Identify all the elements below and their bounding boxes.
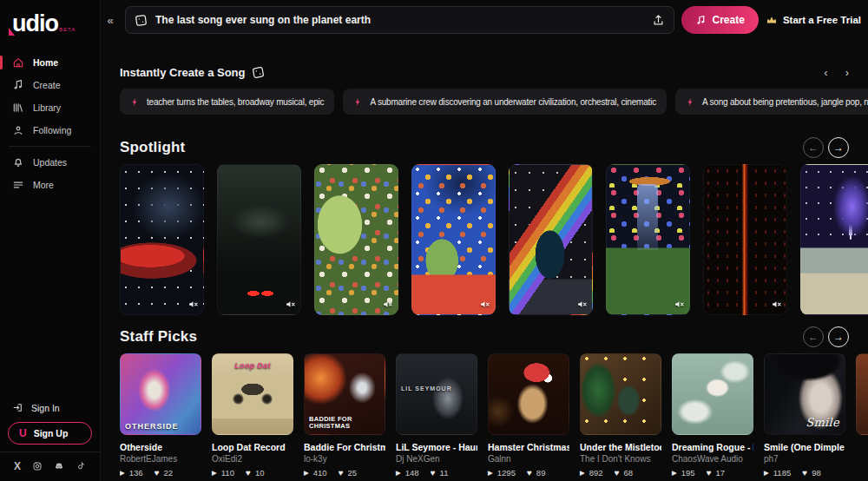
track-card[interactable]: Smile Smile (One Dimple at a... ph7 ▶118… (764, 353, 845, 478)
track-artist[interactable]: ChaosWave Audio (672, 454, 753, 464)
sidebar-item-library[interactable]: Library (0, 96, 100, 119)
prompt-chip-label: A song about being pretentious, jangle p… (702, 97, 868, 107)
sidebar-item-more[interactable]: More (0, 174, 100, 196)
spotlight-card-galaxy-hair-girl[interactable] (411, 164, 496, 315)
sidebar-item-label: Home (33, 57, 58, 68)
muted-volume-icon (285, 299, 296, 310)
sign-in-label: Sign In (31, 403, 60, 413)
instagram-icon[interactable] (32, 461, 43, 471)
cover-text: LIL SEYMOUR (401, 385, 473, 392)
start-free-trial-button[interactable]: Start a Free Trial (766, 14, 861, 26)
logo[interactable]: udioBETA (0, 7, 100, 46)
prompt-chip-label: A submarine crew discovering an underwat… (370, 97, 656, 107)
sidebar-item-following[interactable]: Following (0, 119, 100, 142)
track-card[interactable]: Loop Dat Loop Dat Record OxiEdi2 ▶110♥10 (212, 353, 293, 478)
track-title: Loop Dat Record (212, 442, 293, 452)
spotlight-card-night-drive[interactable] (217, 164, 301, 315)
play-count: 892 (589, 468, 603, 478)
sign-in-button[interactable]: Sign In (0, 397, 100, 418)
sidebar-item-updates[interactable]: Updates (0, 151, 100, 174)
track-stats: ▶410♥25 (304, 468, 385, 478)
like-count: 11 (440, 468, 449, 478)
sign-up-button[interactable]: U Sign Up (8, 422, 92, 445)
sidebar-divider (9, 146, 91, 147)
prompt-chip[interactable]: A submarine crew discovering an underwat… (343, 89, 667, 115)
track-card[interactable]: Hamster Christmas Galnn ▶1295♥89 (488, 353, 569, 478)
track-stats: ▶1185♥98 (764, 468, 845, 478)
play-icon: ▶ (580, 469, 585, 477)
track-artist[interactable]: RobertEJames (120, 454, 201, 464)
beta-badge: BETA (59, 27, 76, 32)
track-stats: ▶1295♥89 (488, 468, 569, 478)
spotlight-section-head: Spotlight ← → (120, 137, 868, 158)
create-button[interactable]: Create (681, 6, 759, 34)
spotlight-next-button[interactable]: → (828, 137, 849, 158)
track-card[interactable]: OTHERSIDE Otherside RobertEJames ▶136♥22 (120, 353, 201, 478)
muted-volume-icon (187, 299, 199, 310)
track-artist[interactable]: ph7 (764, 454, 845, 464)
staff-picks-next-button[interactable]: → (828, 326, 849, 347)
like-count: 98 (812, 468, 821, 478)
chips-next-button[interactable]: › (845, 66, 849, 79)
track-artist[interactable]: The I Don't Knows (580, 454, 661, 464)
spotlight-card-flying-red-car[interactable] (120, 164, 204, 315)
track-cover (580, 353, 661, 435)
track-cover: Loop Dat (212, 353, 293, 435)
play-count: 110 (221, 468, 234, 478)
dice-icon[interactable] (134, 13, 148, 28)
like-count: 25 (348, 468, 358, 478)
staff-picks-prev-button[interactable]: ← (803, 326, 824, 347)
logo-text: udio (12, 10, 58, 36)
track-artist[interactable]: Dj NeXGen (396, 454, 477, 464)
track-title: Dreaming Rogue - Dan... (672, 442, 753, 452)
udio-u-icon: U (19, 427, 27, 439)
spotlight-card-storm-beach[interactable] (800, 164, 868, 315)
track-card-partial[interactable] (856, 353, 868, 478)
sidebar-item-home[interactable]: Home (0, 51, 100, 74)
track-card[interactable]: BADDIE FOR CHRISTMAS Baddie For Christma… (304, 353, 385, 478)
x-icon[interactable]: X (14, 460, 21, 472)
track-card[interactable]: Dreaming Rogue - Dan... ChaosWave Audio … (672, 353, 753, 478)
bell-icon (12, 156, 24, 168)
sidebar-collapse-button[interactable]: « (102, 14, 118, 27)
track-cover: LIL SEYMOUR (396, 353, 477, 435)
spotlight-card-red-streak[interactable] (703, 164, 787, 315)
menu-icon (12, 179, 24, 191)
like-count: 68 (624, 468, 634, 478)
play-count: 148 (405, 468, 419, 478)
track-card[interactable]: LIL SEYMOUR LiL Seymore - Haunted Dj NeX… (396, 353, 477, 478)
spotlight-card-rainbow-stairs[interactable] (509, 164, 593, 315)
track-cover: BADDIE FOR CHRISTMAS (304, 353, 385, 435)
staff-picks-section-head: Staff Picks ← → (120, 326, 868, 347)
track-title: Smile (One Dimple at a... (764, 442, 845, 452)
play-icon: ▶ (120, 469, 125, 477)
prompt-bar[interactable] (125, 6, 674, 34)
instant-create-title: Instantly Create a Song (120, 66, 245, 79)
track-artist[interactable]: Galnn (488, 454, 569, 464)
track-card[interactable]: Under the Mistletoe The I Don't Knows ▶8… (580, 353, 661, 478)
spotlight-card-ufo-flowers[interactable] (606, 164, 690, 315)
sidebar-item-label: Following (33, 125, 71, 135)
tiktok-icon[interactable] (76, 461, 86, 471)
track-artist[interactable]: lo-k3y (304, 454, 385, 464)
heart-icon: ♥ (527, 468, 532, 478)
play-icon: ▶ (304, 469, 309, 477)
discord-icon[interactable] (54, 461, 64, 471)
sidebar-nav: Home Create Library Following Updates (0, 51, 100, 196)
play-icon: ▶ (764, 469, 769, 477)
muted-volume-icon (674, 299, 685, 310)
prompt-input[interactable] (155, 14, 644, 26)
spotlight-card-flower-girl[interactable] (314, 164, 398, 315)
track-title: LiL Seymore - Haunted (396, 442, 477, 452)
prompt-chip[interactable]: teacher turns the tables, broadway music… (120, 89, 334, 115)
dice-icon[interactable] (251, 65, 266, 80)
prompt-chip[interactable]: A song about being pretentious, jangle p… (675, 89, 868, 115)
spotlight-prev-button[interactable]: ← (803, 137, 824, 158)
sidebar: udioBETA Home Create Library Following (0, 0, 101, 481)
track-artist[interactable]: OxiEdi2 (212, 454, 293, 464)
muted-volume-icon (771, 299, 782, 310)
upload-icon[interactable] (652, 14, 665, 27)
chips-prev-button[interactable]: ‹ (824, 66, 827, 79)
sidebar-item-create[interactable]: Create (0, 74, 100, 96)
sidebar-item-label: Updates (33, 157, 67, 168)
